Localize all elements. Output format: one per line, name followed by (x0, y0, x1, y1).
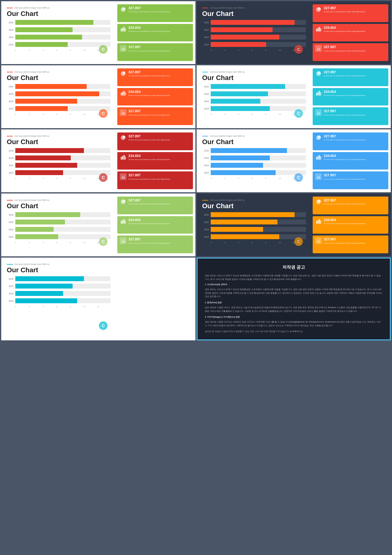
stat-card-1: 234.654 At vero eos et accusamus et iust… (117, 88, 193, 106)
slide-title: Our Chart (7, 202, 111, 210)
bar-track (211, 27, 306, 32)
bar-year-label: 2016 (202, 21, 209, 24)
stat-card-2: ▪ ▪ 23 327.897 At vero eos et accusamus … (313, 107, 388, 125)
pie-chart-icon (315, 6, 322, 13)
bar-fill (15, 234, 58, 239)
svg-rect-37 (318, 220, 318, 224)
x-tick-label: 2 (224, 242, 238, 243)
stat-description: At vero eos et accusamus et iusto odio d… (324, 94, 386, 97)
watermark: C (294, 173, 303, 182)
stat-card-1: 234.654 At vero eos et accusamus et iust… (313, 24, 388, 42)
x-tick-label: 2 (29, 242, 42, 243)
bar-track (211, 106, 306, 111)
slide-right-4: 327.897 At vero eos et accusamus et iust… (310, 65, 391, 128)
bar-fill (211, 220, 277, 224)
pie-chart-icon (315, 70, 322, 77)
x-axis: 024681012 (15, 178, 111, 179)
svg-rect-22 (122, 156, 123, 159)
bar-row: 2016 (202, 212, 306, 217)
bar-row: 2013 (202, 42, 306, 47)
bar-fill (15, 227, 54, 232)
slide-header: Get your perfect shape now! With us (7, 199, 111, 201)
bar-row: 2013 (7, 234, 111, 239)
stat-description: At vero eos et accusamus et iusto odio d… (128, 50, 190, 52)
watermark: C (99, 321, 107, 330)
bar-year-label: 2015 (7, 157, 13, 159)
stat-description: At vero eos et accusamus et iusto odio d… (128, 203, 190, 205)
x-tick-label: 4 (43, 242, 56, 243)
slide-left-2: Get your perfect shape now! With us Our … (197, 1, 310, 64)
slide-header: Get your perfect shape now! With us (202, 135, 306, 137)
stat-card-2: ▪ ▪ 23 327.897 At vero eos et accusamus … (117, 107, 193, 125)
svg-rect-39 (320, 220, 321, 224)
x-axis: 024681012 (15, 306, 111, 308)
x-tick-label: 12 (97, 306, 111, 308)
stat-number: 327.897 (128, 198, 190, 202)
bar-fill (211, 234, 279, 239)
slide-left-4: Get your perfect shape now! With us Our … (197, 65, 310, 128)
bar-fill (15, 106, 68, 111)
slide-right-3: 327.897 At vero eos et accusamus et iust… (115, 65, 195, 128)
stat-content: 234.654 At vero eos et accusamus et iust… (128, 218, 190, 225)
bar-year-label: 2013 (202, 236, 209, 238)
x-tick-label: 6 (251, 113, 265, 115)
bar-row: 2014 (7, 35, 111, 40)
svg-rect-18 (319, 91, 320, 95)
stat-content: 327.897 At vero eos et accusamus et iust… (128, 6, 190, 13)
header-line (7, 136, 13, 136)
stat-card-2: ▪ ▪ 23 327.897 At vero eos et accusamus … (313, 235, 388, 253)
bar-year-label: 2016 (7, 21, 13, 24)
header-tagline: Get your perfect shape now! With us (15, 199, 49, 201)
slide-header: Get your perfect shape now! With us (7, 7, 111, 9)
x-axis: 024681012 (211, 49, 306, 51)
x-tick-label: 10 (83, 306, 97, 308)
x-tick-label: 8 (70, 49, 83, 51)
stat-description: At vero eos et accusamus et iusto odio d… (324, 50, 386, 52)
bar-track (15, 84, 111, 89)
x-tick-label: 2 (29, 49, 42, 51)
x-tick-label: 0 (15, 178, 29, 179)
bar-chart-icon (315, 154, 322, 161)
slide-title: Our Chart (7, 74, 111, 82)
x-axis: 024681012 (15, 242, 111, 243)
bar-fill (211, 163, 263, 168)
stat-card-1: 234.654 At vero eos et accusamus et iust… (313, 216, 388, 234)
bar-year-label: 2014 (7, 36, 13, 38)
svg-rect-3 (124, 27, 125, 31)
slide-title: Our Chart (202, 138, 306, 146)
stat-number: 234.654 (128, 26, 190, 30)
x-tick-label: 6 (56, 306, 70, 308)
slide-header: Get your perfect shape now! With us (7, 135, 111, 137)
slide-3: Get your perfect shape now! With us Our … (1, 65, 195, 128)
bar-track (15, 35, 111, 40)
watermark: C (294, 45, 303, 54)
bar-year-label: 2013 (202, 44, 209, 46)
bar-row: 2015 (202, 155, 306, 160)
chart-area: 2016 2015 2014 2013 024681012C (202, 20, 306, 60)
stat-content: 327.897 At vero eos et accusamus et iust… (324, 45, 386, 52)
svg-rect-14 (125, 92, 126, 96)
slide-7: Get your perfect shape now! With us Our … (1, 193, 195, 256)
bar-fill (211, 42, 266, 47)
stat-description: At vero eos et accusamus et iusto odio d… (324, 30, 386, 33)
x-tick-label: 2 (224, 178, 238, 179)
stat-content: 234.654 At vero eos et accusamus et iust… (128, 26, 190, 33)
stat-card-1: 234.654 At vero eos et accusamus et iust… (313, 152, 388, 170)
bar-year-label: 2013 (7, 300, 13, 302)
bar-fill (15, 284, 73, 289)
header-line (7, 8, 13, 8)
svg-rect-7 (318, 28, 318, 31)
bar-track (211, 84, 306, 89)
bar-track (211, 234, 306, 239)
slide-title: Our Chart (7, 10, 111, 17)
watermark: C (99, 237, 107, 246)
x-tick-label: 10 (279, 49, 292, 51)
header-tagline: Get your perfect shape now! With us (15, 263, 49, 265)
bar-year-label: 2014 (202, 36, 209, 38)
bar-row: 2013 (202, 170, 306, 175)
svg-rect-16 (316, 93, 317, 95)
bar-year-label: 2013 (202, 108, 209, 110)
stat-description: At vero eos et accusamus et iusto odio d… (324, 139, 386, 141)
x-tick-label: 6 (251, 242, 265, 243)
pie-chart-icon (120, 6, 126, 13)
